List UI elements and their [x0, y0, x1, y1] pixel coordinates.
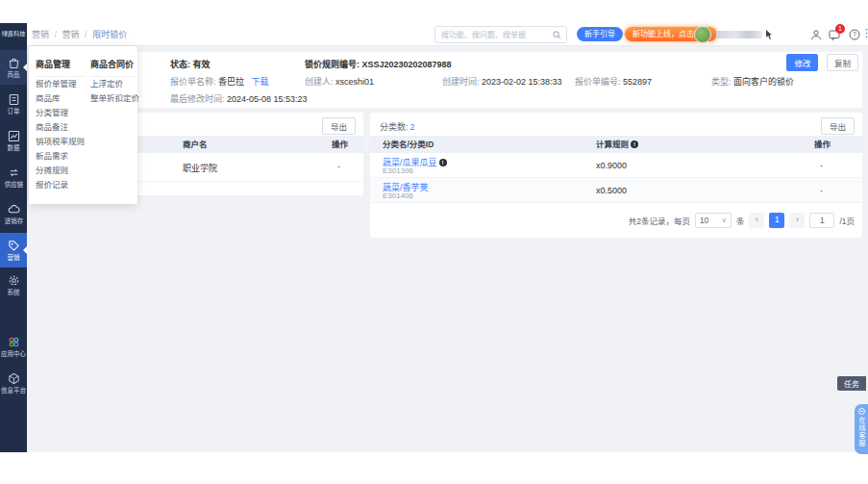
page-size-select[interactable]: 10 ∨ — [695, 213, 732, 228]
table-row: 蔬菜/香芋荚 E301406 x0.5000 - — [370, 178, 862, 203]
sidebar-item-app-center[interactable]: 应用中心 — [0, 329, 27, 364]
sidebar-item-label: 进销存 — [4, 217, 22, 224]
inventory-icon — [8, 203, 20, 216]
sidebar-item-orders[interactable]: 订单 — [0, 87, 27, 121]
breadcrumb-current: 限时锁价 — [92, 30, 127, 39]
support-contact-icon[interactable] — [810, 29, 822, 40]
detail-actions: 修改 复制 — [781, 54, 858, 71]
category-table-card: 分类数:2 导出 分类名/分类ID 计算规则! 操作 蔬菜/瓜果瓜豆! E301… — [370, 113, 862, 238]
current-page-button[interactable]: 1 — [769, 213, 784, 228]
pagination-unit: 条 — [736, 215, 745, 226]
chart-icon — [8, 130, 20, 142]
menu-item-markup-pricing[interactable]: 上浮定价 — [90, 77, 135, 91]
breadcrumb-item[interactable]: 营销 — [32, 30, 49, 39]
category-count-label: 分类数: — [380, 122, 409, 132]
sidebar-item-label: 应用中心 — [1, 350, 26, 357]
category-count-value[interactable]: 2 — [410, 122, 415, 132]
sidebar-item-data[interactable]: 数据 — [0, 123, 27, 158]
action-cell: - — [337, 162, 340, 171]
menu-item-goods-remark[interactable]: 商品备注 — [36, 120, 86, 135]
breadcrumb-separator: / — [85, 30, 87, 39]
rule-cell: x0.5000 — [596, 186, 627, 195]
tag-icon — [8, 240, 20, 252]
category-id-cell: E301396 — [383, 166, 413, 175]
modified-time-label: 最后修改时间: — [170, 94, 225, 104]
menu-item-allocation-rules[interactable]: 分摊规则 — [36, 164, 86, 178]
platform-icon — [8, 372, 20, 385]
goods-flyout-menu: 商品管理 报价单管理 商品库 分类管理 商品备注 销项税率规则 新品需求 分摊规… — [29, 46, 137, 204]
breadcrumb-item[interactable]: 营销 — [62, 30, 80, 39]
online-service-tag[interactable]: 在线客服 — [855, 404, 868, 454]
page-jump-input[interactable]: 1 — [809, 213, 834, 228]
active-notch — [23, 64, 27, 71]
sidebar-item-label: 数据 — [8, 144, 20, 151]
rule-no-label: 锁价规则编号: — [305, 60, 360, 69]
menu-item-quote-records[interactable]: 报价记录 — [36, 178, 86, 192]
sidebar-item-goods[interactable]: 商品 — [0, 50, 27, 85]
quote-name-label: 报价单名称: — [170, 77, 216, 87]
prev-page-button[interactable]: ‹ — [749, 213, 764, 228]
menu-item-tax-rate-rules[interactable]: 销项税率规则 — [36, 135, 86, 149]
flyout-header: 商品管理 — [36, 46, 86, 77]
menu-item-category-management[interactable]: 分类管理 — [36, 106, 86, 120]
menu-item-order-discount-pricing[interactable]: 整单折扣定价 — [90, 91, 135, 106]
active-notch — [23, 246, 27, 254]
search-input[interactable] — [441, 27, 549, 42]
newbie-guide-button[interactable]: 新手引导 — [577, 27, 623, 41]
bag-icon — [8, 57, 20, 69]
info-icon[interactable]: ! — [439, 159, 447, 166]
type-label: 类型: — [711, 77, 732, 87]
category-count: 分类数:2 — [380, 120, 415, 133]
avatar[interactable] — [694, 26, 711, 43]
sidebar-item-supply-chain[interactable]: 供应链 — [0, 160, 27, 194]
action-cell: - — [820, 186, 823, 195]
type-value: 面向客户的锁价 — [733, 77, 794, 87]
menu-item-new-product-request[interactable]: 新品需求 — [36, 149, 86, 164]
lock-price-detail-card: 修改 复制 状态: 有效 锁价规则编号: XSSJ20230202087988 … — [32, 52, 862, 108]
sidebar-item-label: 商品 — [8, 71, 20, 78]
pagination: 共2条记录，每页 10 ∨ 条 ‹ 1 › 1 /1页 — [624, 212, 855, 229]
sidebar-item-label: 营销 — [8, 254, 20, 261]
quote-no-value: 552897 — [623, 77, 652, 87]
sidebar-nav: 绿鑫科技 商品 订单 数据 — [0, 23, 27, 452]
next-page-button[interactable]: › — [789, 213, 805, 228]
edit-button[interactable]: 修改 — [786, 54, 818, 71]
sidebar-item-inventory[interactable]: 进销存 — [0, 196, 27, 231]
sidebar-item-info-platform[interactable]: 信息平台 — [0, 366, 27, 400]
status-value: 有效 — [193, 60, 211, 69]
column-header-merchant-name: 商户名 — [183, 136, 208, 153]
sidebar-item-label: 系统 — [8, 289, 20, 295]
company-logo: 绿鑫科技 — [1, 23, 27, 37]
info-icon[interactable]: ! — [631, 140, 638, 148]
sidebar-item-label: 订单 — [8, 108, 20, 115]
quote-name-field: 报价单名称: 香巴拉 下载 — [170, 75, 269, 88]
merchant-name-cell: 职业学院 — [183, 162, 217, 174]
download-link[interactable]: 下载 — [252, 77, 269, 87]
flyout-column-contract-price: 商品合同价 上浮定价 整单折扣定价 — [90, 46, 135, 106]
category-table-header: 分类名/分类ID 计算规则! 操作 — [370, 136, 862, 153]
task-tag[interactable]: 任务 — [837, 376, 866, 391]
creator-field: 创建人: xsceshi01 — [305, 75, 374, 88]
menu-item-goods-library[interactable]: 商品库 — [36, 91, 86, 106]
merchant-export-button[interactable]: 导出 — [322, 117, 356, 135]
rule-no-field: 锁价规则编号: XSSJ20230202087988 — [305, 58, 452, 70]
search-icon[interactable] — [553, 31, 561, 39]
category-export-button[interactable]: 导出 — [821, 117, 855, 135]
copy-button[interactable]: 复制 — [827, 54, 858, 71]
service-tag-label: 在线客服 — [856, 417, 866, 447]
mouse-cursor-icon — [766, 30, 774, 39]
rule-cell: x0.9000 — [596, 161, 627, 170]
column-header-rule: 计算规则! — [596, 136, 638, 153]
modified-time-value: 2024-05-08 15:53:23 — [227, 94, 308, 104]
quote-no-field: 报价单编号: 552897 — [575, 75, 652, 88]
quote-no-label: 报价单编号: — [575, 77, 621, 87]
app-window: 营销 / 营销 / 限时锁价 新手引导 新功能上线，点击查看 — [0, 23, 868, 452]
help-icon[interactable]: ? — [849, 29, 860, 40]
menu-item-quote-management[interactable]: 报价单管理 — [36, 77, 86, 91]
sidebar-item-marketing[interactable]: 营销 — [0, 233, 27, 267]
screenshot-page: 营销 / 营销 / 限时锁价 新手引导 新功能上线，点击查看 — [0, 0, 868, 484]
more-menu-icon[interactable]: ⋮ — [861, 27, 868, 39]
sidebar-item-system[interactable]: 系统 — [0, 267, 27, 302]
breadcrumb: 营销 / 营销 / 限时锁价 — [32, 23, 127, 46]
created-time-value: 2023-02-02 15:38:33 — [482, 77, 562, 87]
